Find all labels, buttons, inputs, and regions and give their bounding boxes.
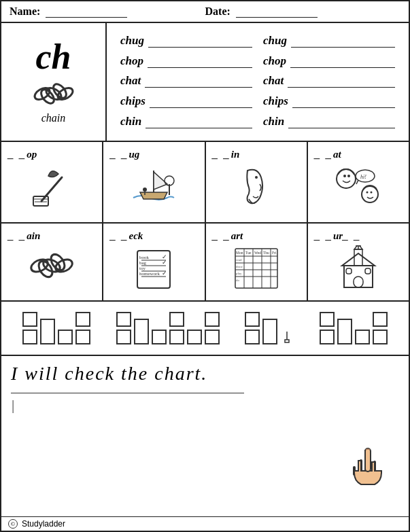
box-tall <box>40 319 55 344</box>
box <box>373 330 388 344</box>
svg-line-5 <box>41 177 62 201</box>
svg-text:read: read <box>236 258 242 262</box>
box <box>169 312 184 327</box>
row3: _ _ain _ _eck book bag <box>1 224 409 302</box>
sentence-section: I will check the chart. | <box>1 356 409 516</box>
word-3b: chat <box>263 74 284 88</box>
word-line-5b <box>288 116 395 128</box>
box-tall <box>337 319 352 344</box>
box <box>116 330 131 344</box>
word-4b: chips <box>263 94 288 108</box>
svg-text:Thu: Thu <box>263 251 269 255</box>
svg-line-19 <box>356 180 358 184</box>
word-line-4b <box>292 96 395 108</box>
word-row-2a: chop <box>120 54 252 68</box>
svg-point-23 <box>371 192 373 194</box>
cell-at: _ _at hi! <box>308 142 409 222</box>
cell-in: _ _in <box>206 142 308 222</box>
row-ch: ch chain chug chop <box>1 23 409 142</box>
label-at: _ _at <box>311 147 341 161</box>
word-row-4b: chips <box>263 94 395 108</box>
label-ain: _ _ain <box>4 229 40 243</box>
name-label: Name: <box>10 5 40 17</box>
name-line <box>46 17 127 18</box>
ch-cell: ch chain <box>1 23 107 141</box>
copyright-circle: © <box>8 519 18 529</box>
word-row-3b: chat <box>263 74 395 88</box>
word-3a: chat <box>120 74 141 88</box>
label-ug: _ _ug <box>106 147 139 161</box>
svg-text:draw: draw <box>236 265 243 268</box>
words-col1: chug chop chat chips chin <box>115 29 258 135</box>
svg-rect-66 <box>365 448 371 472</box>
hand-svg <box>347 447 388 495</box>
svg-text:homework: homework <box>139 271 160 277</box>
label-eck: _ _eck <box>106 229 143 243</box>
word-line-2b <box>290 56 395 68</box>
label-in: _ _in <box>209 147 240 161</box>
svg-text:Fri: Fri <box>272 251 277 255</box>
face-image <box>234 164 278 211</box>
box <box>245 330 260 344</box>
word-2b: chop <box>263 54 286 68</box>
svg-text:Tue: Tue <box>245 251 252 255</box>
name-field: Name: <box>10 5 205 18</box>
word-row-4a: chips <box>120 94 252 108</box>
finger-icon <box>279 330 294 345</box>
box <box>373 312 388 327</box>
date-label: Date: <box>205 5 230 17</box>
word-4a: chips <box>120 94 146 108</box>
svg-rect-60 <box>354 249 362 266</box>
label-art: _ _art <box>209 229 243 243</box>
svg-text:toy: toy <box>139 266 146 271</box>
footer-text: Studyladder <box>22 519 65 529</box>
chain-image <box>30 75 78 112</box>
header: Name: Date: <box>1 1 409 23</box>
words-section: chug chop chat chips chin <box>107 23 409 141</box>
row2: _ _op _ _ug <box>1 142 409 224</box>
word-line-5a <box>146 116 252 128</box>
svg-text:play: play <box>236 272 242 275</box>
word-line-2a <box>148 56 252 68</box>
cell-ur: _ _ur_ _ <box>308 224 409 300</box>
svg-point-17 <box>347 175 350 177</box>
word-row-3a: chat <box>120 74 252 88</box>
boxes-group-2 <box>116 311 220 345</box>
svg-text:do: do <box>236 279 240 282</box>
box <box>22 330 37 344</box>
cell-eck: _ _eck book bag toy homework ✓ ✓ ✓ <box>103 224 205 300</box>
writing-line-1 <box>11 393 244 393</box>
word-1b: chug <box>263 34 287 48</box>
ch-label: chain <box>41 112 66 124</box>
words-col2: chug chop chat chips chin <box>258 29 400 135</box>
box <box>245 312 260 327</box>
boxes-group-4 <box>319 311 388 345</box>
svg-text:Wed: Wed <box>254 251 261 255</box>
row4-boxes <box>1 302 409 356</box>
cell-ug: _ _ug <box>103 142 205 222</box>
svg-text:bag: bag <box>139 260 147 266</box>
label-op: _ _op <box>4 147 37 161</box>
svg-point-16 <box>343 175 346 177</box>
box <box>22 312 37 327</box>
box <box>75 330 90 344</box>
ch-letters: ch <box>36 39 71 75</box>
boat-image <box>130 164 177 208</box>
date-line <box>236 17 318 18</box>
svg-rect-64 <box>346 268 352 274</box>
church-image <box>334 245 383 291</box>
svg-text:Mon: Mon <box>236 251 243 255</box>
svg-point-22 <box>366 192 369 194</box>
word-line-3a <box>145 75 252 88</box>
hand-pointing-icon <box>347 447 388 503</box>
writing-prompt: | <box>11 397 399 413</box>
cell-op: _ _op <box>1 142 103 222</box>
cell-ain: _ _ain <box>1 224 103 300</box>
svg-text:✓: ✓ <box>162 259 167 266</box>
footer: © Studyladder <box>1 516 409 531</box>
chain2-image <box>27 245 76 289</box>
svg-point-14 <box>255 176 258 179</box>
svg-text:✓: ✓ <box>162 270 167 277</box>
boxes-group-1 <box>22 311 91 345</box>
word-1a: chug <box>120 34 144 48</box>
